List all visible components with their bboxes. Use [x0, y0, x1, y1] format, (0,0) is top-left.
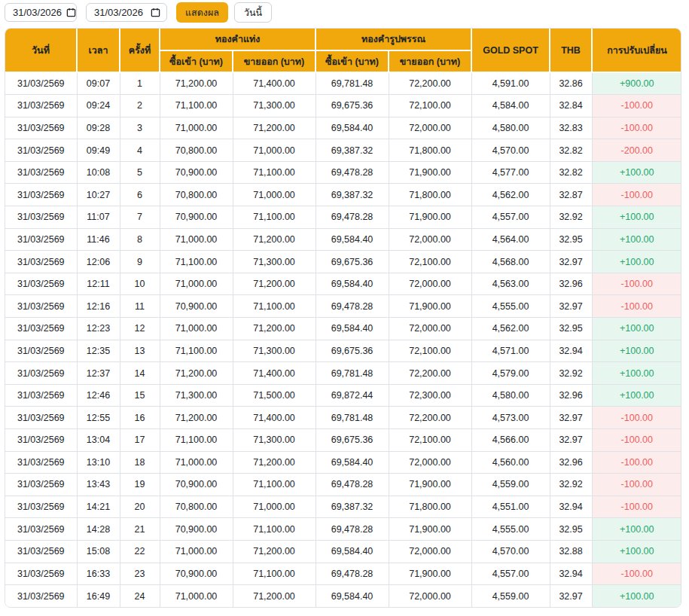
- cell-thb: 32.94: [550, 340, 592, 362]
- cell-thb: 32.84: [550, 95, 592, 117]
- cell-time: 15:08: [77, 540, 120, 563]
- cell-change: +100.00: [592, 161, 681, 184]
- cell-thb: 32.92: [550, 206, 592, 229]
- table-row: 31/03/2569 09:24 2 71,100.00 71,300.00 6…: [5, 95, 681, 117]
- cell-change: -100.00: [592, 117, 681, 139]
- end-date-input[interactable]: 31/03/2026: [86, 3, 167, 22]
- cell-ornament-buy: 69,584.40: [316, 585, 389, 608]
- cell-thb: 32.87: [550, 184, 592, 206]
- cell-round: 6: [120, 184, 160, 206]
- cell-date: 31/03/2569: [5, 407, 77, 429]
- cell-gold-spot: 4,570.00: [471, 139, 550, 162]
- cell-thb: 32.97: [550, 407, 592, 429]
- cell-time: 12:35: [77, 340, 120, 362]
- cell-round: 13: [120, 340, 160, 362]
- calendar-icon[interactable]: [151, 8, 160, 17]
- gold-price-page: 31/03/2026 31/03/2026 แสดงผล วันนี้ ว: [0, 0, 689, 616]
- cell-date: 31/03/2569: [5, 95, 77, 117]
- cell-time: 16:49: [77, 585, 120, 608]
- cell-ornament-buy: 69,584.40: [316, 540, 389, 563]
- cell-bar-sell: 71,400.00: [233, 407, 316, 429]
- cell-round: 16: [120, 407, 160, 429]
- cell-change: -100.00: [592, 184, 681, 206]
- cell-ornament-buy: 69,584.40: [316, 451, 389, 474]
- cell-bar-sell: 71,200.00: [233, 273, 316, 295]
- cell-gold-spot: 4,551.00: [471, 496, 550, 518]
- cell-bar-sell: 71,000.00: [233, 139, 316, 162]
- cell-time: 10:27: [77, 184, 120, 206]
- cell-change: +100.00: [592, 318, 681, 340]
- table-row: 31/03/2569 09:49 4 70,800.00 71,000.00 6…: [5, 139, 681, 162]
- cell-date: 31/03/2569: [5, 273, 77, 295]
- cell-gold-spot: 4,573.00: [471, 407, 550, 429]
- cell-change: -100.00: [592, 451, 681, 474]
- cell-time: 12:16: [77, 295, 120, 318]
- cell-ornament-sell: 72,300.00: [389, 384, 471, 407]
- cell-ornament-sell: 72,000.00: [389, 318, 471, 340]
- cell-thb: 32.82: [550, 161, 592, 184]
- cell-change: -100.00: [592, 295, 681, 318]
- cell-ornament-sell: 71,900.00: [389, 206, 471, 229]
- cell-bar-buy: 71,100.00: [160, 95, 233, 117]
- cell-ornament-buy: 69,478.28: [316, 474, 389, 496]
- cell-date: 31/03/2569: [5, 362, 77, 385]
- cell-ornament-sell: 71,900.00: [389, 161, 471, 184]
- cell-round: 22: [120, 540, 160, 563]
- cell-ornament-sell: 72,100.00: [389, 429, 471, 452]
- cell-bar-buy: 71,200.00: [160, 362, 233, 385]
- cell-gold-spot: 4,562.00: [471, 318, 550, 340]
- cell-ornament-buy: 69,872.44: [316, 384, 389, 407]
- start-date-input[interactable]: 31/03/2026: [5, 3, 77, 22]
- cell-date: 31/03/2569: [5, 563, 77, 585]
- cell-time: 11:07: [77, 206, 120, 229]
- cell-time: 12:11: [77, 273, 120, 295]
- cell-ornament-sell: 72,200.00: [389, 362, 471, 385]
- today-button[interactable]: วันนี้: [234, 2, 272, 23]
- cell-ornament-sell: 72,000.00: [389, 117, 471, 139]
- cell-ornament-buy: 69,675.36: [316, 95, 389, 117]
- cell-ornament-sell: 72,100.00: [389, 251, 471, 273]
- cell-date: 31/03/2569: [5, 72, 77, 95]
- cell-time: 12:37: [77, 362, 120, 385]
- cell-ornament-buy: 69,675.36: [316, 251, 389, 273]
- cell-gold-spot: 4,562.00: [471, 184, 550, 206]
- cell-gold-spot: 4,579.00: [471, 362, 550, 385]
- cell-bar-buy: 70,900.00: [160, 295, 233, 318]
- cell-gold-spot: 4,555.00: [471, 518, 550, 541]
- cell-thb: 32.97: [550, 585, 592, 608]
- cell-date: 31/03/2569: [5, 161, 77, 184]
- cell-bar-sell: 71,300.00: [233, 429, 316, 452]
- cell-bar-sell: 71,100.00: [233, 206, 316, 229]
- cell-bar-sell: 71,300.00: [233, 251, 316, 273]
- cell-date: 31/03/2569: [5, 340, 77, 362]
- cell-ornament-buy: 69,675.36: [316, 429, 389, 452]
- cell-ornament-buy: 69,584.40: [316, 117, 389, 139]
- cell-gold-spot: 4,591.00: [471, 72, 550, 95]
- cell-ornament-sell: 72,200.00: [389, 407, 471, 429]
- cell-gold-spot: 4,563.00: [471, 273, 550, 295]
- show-results-button[interactable]: แสดงผล: [176, 2, 228, 23]
- cell-ornament-buy: 69,478.28: [316, 206, 389, 229]
- cell-bar-buy: 70,900.00: [160, 206, 233, 229]
- cell-bar-sell: 71,100.00: [233, 161, 316, 184]
- header-date: วันที่: [5, 29, 77, 72]
- table-row: 31/03/2569 13:10 18 71,000.00 71,200.00 …: [5, 451, 681, 474]
- cell-change: -100.00: [592, 273, 681, 295]
- cell-bar-buy: 71,300.00: [160, 384, 233, 407]
- cell-round: 9: [120, 251, 160, 273]
- table-row: 31/03/2569 16:49 24 71,000.00 71,200.00 …: [5, 585, 681, 608]
- table-row: 31/03/2569 09:28 3 71,000.00 71,200.00 6…: [5, 117, 681, 139]
- table-row: 31/03/2569 12:23 12 71,000.00 71,200.00 …: [5, 318, 681, 340]
- toolbar: 31/03/2026 31/03/2026 แสดงผล วันนี้: [5, 2, 689, 23]
- cell-round: 7: [120, 206, 160, 229]
- cell-bar-sell: 71,200.00: [233, 585, 316, 608]
- cell-change: -100.00: [592, 474, 681, 496]
- cell-date: 31/03/2569: [5, 117, 77, 139]
- cell-round: 19: [120, 474, 160, 496]
- calendar-icon[interactable]: [66, 8, 76, 17]
- table-row: 31/03/2569 12:37 14 71,200.00 71,400.00 …: [5, 362, 681, 385]
- cell-thb: 32.95: [550, 318, 592, 340]
- cell-thb: 32.97: [550, 429, 592, 452]
- cell-time: 12:55: [77, 407, 120, 429]
- cell-bar-buy: 70,900.00: [160, 474, 233, 496]
